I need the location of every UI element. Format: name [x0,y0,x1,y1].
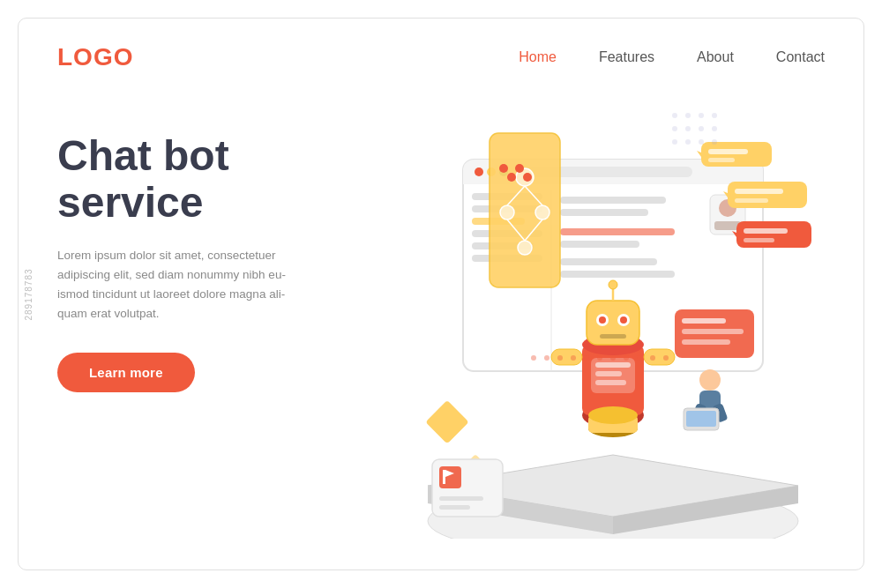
svg-point-103 [699,126,704,131]
svg-rect-27 [682,339,730,345]
svg-rect-20 [560,228,675,235]
svg-rect-22 [560,258,657,265]
svg-rect-72 [439,496,483,501]
chatbot-illustration [384,107,851,539]
svg-rect-19 [560,209,648,216]
svg-point-39 [515,164,524,173]
svg-rect-73 [439,505,470,510]
svg-point-100 [712,113,717,118]
svg-point-61 [699,369,721,391]
svg-rect-18 [560,197,666,204]
hero-description: Lorem ipsum dolor sit amet, consectetuer… [57,246,287,324]
svg-rect-67 [425,400,468,443]
svg-rect-26 [682,329,744,334]
svg-point-97 [672,113,677,118]
svg-point-82 [637,355,642,361]
page-wrapper: LOGO Home Features About Contact Chat bo… [18,18,864,570]
svg-point-32 [518,241,532,255]
svg-point-81 [624,355,629,361]
svg-rect-21 [560,241,639,248]
learn-more-button[interactable]: Learn more [57,353,195,392]
svg-point-77 [571,355,576,361]
svg-point-83 [650,355,655,361]
svg-rect-70 [439,466,461,488]
svg-point-30 [500,205,514,220]
svg-rect-56 [551,349,582,365]
svg-point-108 [712,139,717,145]
svg-point-101 [672,126,677,131]
svg-point-79 [597,355,602,361]
svg-point-75 [544,355,549,361]
svg-rect-90 [735,189,783,194]
nav-contact[interactable]: Contact [776,49,825,65]
svg-point-51 [599,316,606,324]
svg-rect-89 [728,182,807,208]
watermark: 289178783 [24,268,34,320]
svg-point-55 [609,280,617,289]
svg-rect-25 [682,318,726,324]
hero-left: Chat botservice Lorem ipsum dolor sit am… [57,115,357,392]
nav-home[interactable]: Home [519,49,557,65]
nav-about[interactable]: About [697,49,734,65]
svg-rect-95 [744,238,774,242]
svg-rect-87 [708,158,735,162]
svg-point-104 [712,126,717,131]
svg-rect-45 [595,362,631,368]
svg-point-106 [685,139,691,145]
hero-title: Chat botservice [57,133,357,227]
svg-rect-71 [443,470,445,484]
svg-rect-91 [735,198,768,203]
svg-rect-86 [708,149,748,154]
hero-illustration [357,107,825,547]
svg-point-52 [620,316,627,324]
svg-point-60 [588,406,638,424]
svg-point-99 [699,113,704,118]
svg-point-40 [523,173,532,182]
logo: LOGO [57,43,133,71]
svg-point-4 [475,167,483,176]
svg-rect-46 [595,371,622,376]
nav: Home Features About Contact [519,49,825,65]
svg-point-105 [672,139,677,145]
svg-rect-57 [644,349,675,365]
svg-point-76 [557,355,563,361]
svg-rect-53 [600,334,626,339]
svg-rect-94 [744,228,788,234]
svg-point-31 [535,205,549,220]
svg-point-107 [699,139,704,145]
svg-rect-23 [560,271,675,278]
svg-rect-93 [736,221,811,248]
nav-features[interactable]: Features [599,49,654,65]
svg-point-78 [584,355,589,361]
hero-section: Chat botservice Lorem ipsum dolor sit am… [19,71,863,547]
svg-rect-66 [686,411,716,427]
svg-point-37 [499,164,508,173]
svg-point-80 [610,355,616,361]
header: LOGO Home Features About Contact [19,19,863,71]
svg-point-98 [685,113,691,118]
svg-point-84 [663,355,669,361]
svg-point-38 [507,173,516,182]
svg-point-74 [531,355,536,361]
svg-rect-47 [595,380,626,385]
svg-point-102 [685,126,691,131]
